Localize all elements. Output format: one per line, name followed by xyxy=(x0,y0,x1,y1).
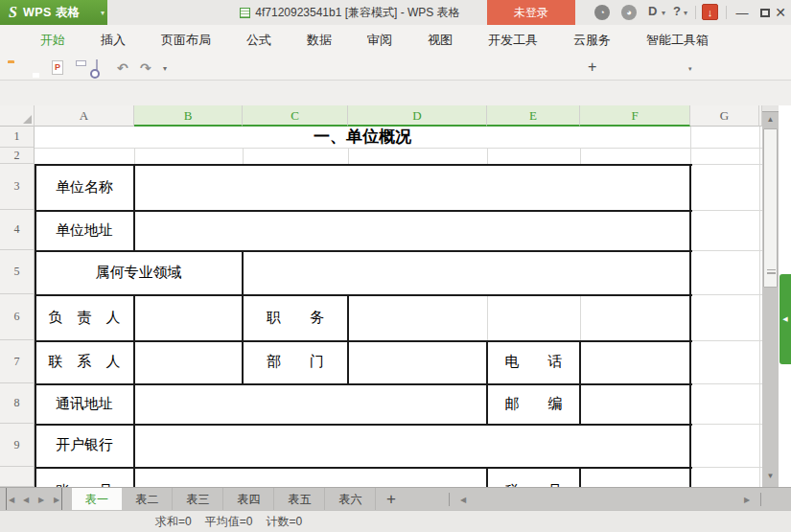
cell-row10-right-label-clipped[interactable]: 税 号 xyxy=(489,469,578,487)
menu-tab-home[interactable]: 开始 xyxy=(40,32,65,49)
status-bar: 求和=0 平均值=0 计数=0 ▾ ▾ 100 % − E Excelcn.co… xyxy=(0,510,791,532)
prev-sheet-icon[interactable]: ◀ xyxy=(23,488,29,511)
collapse-arrow-icon: ◀ xyxy=(782,315,787,323)
column-header-d[interactable]: D xyxy=(348,105,487,127)
skin-icon[interactable]: D xyxy=(648,4,657,18)
cell-mailing-address-label[interactable]: 通讯地址 xyxy=(36,385,132,422)
column-header-b[interactable]: B xyxy=(134,105,243,127)
average-stat: 平均值=0 xyxy=(205,514,253,530)
sum-stat: 求和=0 xyxy=(155,514,192,530)
scroll-up-icon[interactable]: ▲ xyxy=(762,115,779,124)
help-icon[interactable]: ? xyxy=(673,4,681,18)
help-caret-icon[interactable]: ▾ xyxy=(684,9,687,17)
row-header-10[interactable] xyxy=(0,467,35,487)
login-button[interactable]: 未登录 xyxy=(487,0,575,25)
cell-unit-address-label[interactable]: 单位地址 xyxy=(36,212,132,248)
thumb-grip-icon xyxy=(767,269,776,274)
row-header-6[interactable]: 6 xyxy=(0,294,35,340)
redo-icon[interactable]: ↷ xyxy=(140,61,151,75)
sheet-tab-6[interactable]: 表六 xyxy=(326,488,376,511)
row-header-9[interactable]: 9 xyxy=(0,424,35,467)
row-header-5[interactable]: 5 xyxy=(0,250,35,294)
menu-tab-data[interactable]: 数据 xyxy=(307,32,332,49)
service-icon[interactable]: ◕ xyxy=(621,5,637,20)
wps-logo-menu[interactable]: S WPS 表格 ▾ xyxy=(0,0,107,25)
cell-contact-person-label[interactable]: 联 系 人 xyxy=(36,342,132,382)
cell-bank-label[interactable]: 开户银行 xyxy=(36,426,132,465)
row-header-3[interactable]: 3 xyxy=(0,164,35,210)
divider xyxy=(726,6,727,19)
sheet-tab-4[interactable]: 表四 xyxy=(224,488,274,511)
scroll-down-icon[interactable]: ▼ xyxy=(762,472,779,480)
worksheet-section-title[interactable]: 一、单位概况 xyxy=(35,127,690,148)
chevron-down-icon[interactable]: ▾ xyxy=(101,9,105,17)
select-all-corner[interactable] xyxy=(0,105,35,127)
row-header-2[interactable]: 2 xyxy=(0,148,35,164)
community-icon[interactable]: ◔ xyxy=(594,5,610,20)
cell-row10-left-label-clipped[interactable]: 账 号 xyxy=(36,469,132,487)
add-sheet-button[interactable]: + xyxy=(380,488,403,511)
close-button[interactable]: ✕ xyxy=(769,0,791,25)
formula-bar: B12 ▾ fx xyxy=(0,81,791,105)
row-header-1[interactable]: 1 xyxy=(0,127,35,148)
row-header-4[interactable]: 4 xyxy=(0,210,35,250)
menu-tab-page-layout[interactable]: 页面布局 xyxy=(161,32,211,49)
cell-person-in-charge-label[interactable]: 负 责 人 xyxy=(36,296,132,338)
task-pane-collapse-tab[interactable]: ◀ xyxy=(779,274,791,364)
window-title: 4f7120923541b1 [兼容模式] - WPS 表格 xyxy=(201,0,499,25)
hscroll-right-icon[interactable]: ▶ xyxy=(744,488,750,511)
split-handle[interactable] xyxy=(760,493,761,506)
new-document-tab-button[interactable]: + xyxy=(588,58,596,76)
sheet-tab-2[interactable]: 表二 xyxy=(123,488,173,511)
cell-professional-field-label[interactable]: 属何专业领域 xyxy=(36,252,241,292)
print-preview-icon[interactable] xyxy=(96,59,98,78)
sheet-tab-1[interactable]: 表一 xyxy=(72,488,122,511)
sheet-tab-5[interactable]: 表五 xyxy=(275,488,325,511)
spreadsheet-grid: A B C D E F G 1 2 3 4 5 6 7 8 9 一、单位概况 xyxy=(0,105,791,487)
column-header-e[interactable]: E xyxy=(487,105,580,127)
export-pdf-icon[interactable]: P xyxy=(52,60,63,75)
column-header-g[interactable]: G xyxy=(690,105,759,127)
cell-unit-name-label[interactable]: 单位名称 xyxy=(36,166,132,208)
row-header-8[interactable]: 8 xyxy=(0,383,35,424)
quick-access-toolbar: P ↶ ↷ ▾ 4f71...a001 × 4f71...4d61 × 4f71… xyxy=(0,56,791,81)
app-name: WPS 表格 xyxy=(23,5,81,21)
column-header-c[interactable]: C xyxy=(243,105,348,127)
wps-spreadsheet-window: S WPS 表格 ▾ 4f7120923541b1 [兼容模式] - WPS 表… xyxy=(0,0,791,532)
menu-tab-formulas[interactable]: 公式 xyxy=(246,32,271,49)
column-header-f[interactable]: F xyxy=(580,105,690,127)
row-header-7[interactable]: 7 xyxy=(0,340,35,383)
menu-tab-cloud[interactable]: 云服务 xyxy=(573,32,611,49)
undo-icon[interactable]: ↶ xyxy=(117,61,128,75)
sheet-tab-3[interactable]: 表三 xyxy=(174,488,223,511)
hscroll-left-icon[interactable]: ◀ xyxy=(460,488,466,511)
menu-tab-review[interactable]: 审阅 xyxy=(367,32,392,49)
minimize-button[interactable]: — xyxy=(731,0,754,25)
select-all-triangle-icon xyxy=(23,115,32,124)
selection-statistics: 求和=0 平均值=0 计数=0 xyxy=(155,511,302,532)
document-icon xyxy=(240,8,250,18)
cell-position-label[interactable]: 职 务 xyxy=(244,296,346,338)
toolbar-more-icon[interactable]: ▾ xyxy=(163,64,167,73)
menu-tab-insert[interactable]: 插入 xyxy=(101,32,126,49)
menu-tab-developer[interactable]: 开发工具 xyxy=(488,32,538,49)
document-list-caret-icon[interactable]: ▾ xyxy=(688,65,692,73)
ribbon-menu-bar: 开始 插入 页面布局 公式 数据 审阅 视图 开发工具 云服务 智能工具箱 xyxy=(0,25,791,56)
column-header-a[interactable]: A xyxy=(35,105,134,127)
skin-caret-icon[interactable]: ▾ xyxy=(662,9,665,17)
cell-department-label[interactable]: 部 门 xyxy=(244,342,346,382)
first-sheet-icon[interactable]: ◀ xyxy=(6,488,14,511)
menu-tab-smart-toolbox[interactable]: 智能工具箱 xyxy=(646,32,709,49)
next-sheet-icon[interactable]: ▶ xyxy=(38,488,44,511)
cell-phone-label[interactable]: 电 话 xyxy=(489,342,578,382)
last-sheet-icon[interactable]: ▶ xyxy=(54,488,62,511)
count-stat: 计数=0 xyxy=(266,514,302,530)
menu-tab-view[interactable]: 视图 xyxy=(428,32,453,49)
vertical-scrollbar-thumb[interactable] xyxy=(763,128,778,288)
download-icon[interactable]: ↓ xyxy=(702,4,718,20)
vertical-split-handle[interactable] xyxy=(762,105,779,112)
cell-postal-code-label[interactable]: 邮 编 xyxy=(489,385,578,422)
wps-logo-icon: S xyxy=(9,4,17,21)
split-handle[interactable] xyxy=(449,493,450,506)
divider xyxy=(695,6,696,19)
